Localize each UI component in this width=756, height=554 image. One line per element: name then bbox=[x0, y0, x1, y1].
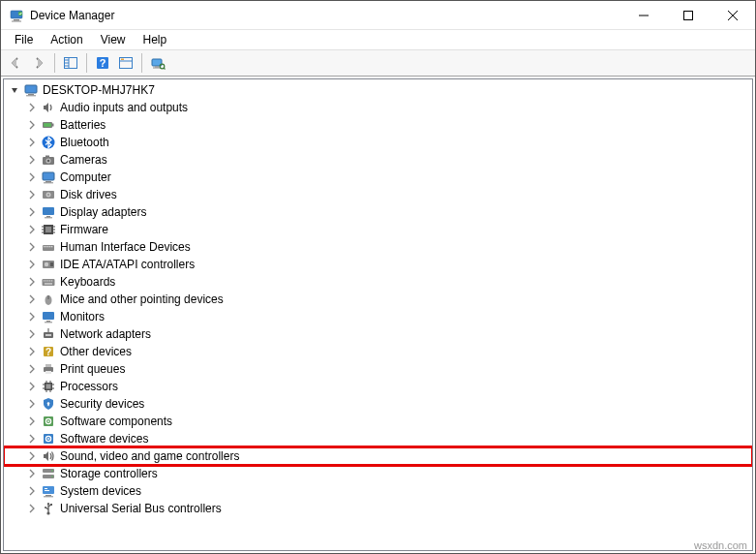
show-hide-tree-button[interactable] bbox=[60, 52, 81, 74]
tree-item[interactable]: Security devices bbox=[4, 395, 752, 413]
tree-item[interactable]: Processors bbox=[4, 378, 752, 395]
tree-root[interactable]: DESKTOP-MHJ7HK7 bbox=[4, 81, 752, 99]
chevron-right-icon[interactable] bbox=[25, 153, 39, 167]
help-button[interactable]: ? bbox=[92, 52, 113, 74]
ide-icon bbox=[41, 257, 56, 272]
chevron-right-icon[interactable] bbox=[25, 484, 39, 498]
chevron-right-icon[interactable] bbox=[25, 223, 39, 236]
network-icon bbox=[41, 326, 56, 342]
chevron-right-icon[interactable] bbox=[25, 380, 39, 393]
menu-view[interactable]: View bbox=[93, 31, 134, 48]
tree-item[interactable]: Computer bbox=[4, 169, 752, 186]
tree-item[interactable]: Display adapters bbox=[4, 203, 752, 221]
menu-help[interactable]: Help bbox=[136, 31, 175, 48]
chevron-right-icon[interactable] bbox=[25, 432, 39, 446]
tree-item[interactable]: Monitors bbox=[4, 308, 752, 325]
svg-point-97 bbox=[47, 438, 49, 440]
svg-rect-69 bbox=[43, 312, 54, 320]
tree-item[interactable]: Mice and other pointing devices bbox=[4, 291, 752, 308]
svg-rect-59 bbox=[50, 262, 53, 266]
maximize-button[interactable] bbox=[666, 1, 711, 30]
device-manager-window: Device Manager File Action View Help bbox=[0, 0, 756, 554]
svg-rect-105 bbox=[45, 488, 47, 489]
device-tree[interactable]: DESKTOP-MHJ7HK7 Audio inputs and outputs… bbox=[3, 78, 753, 551]
tree-item[interactable]: Disk drives bbox=[4, 186, 752, 203]
chevron-right-icon[interactable] bbox=[25, 449, 39, 463]
chevron-right-icon[interactable] bbox=[25, 188, 39, 201]
tree-item-label: Firmware bbox=[60, 223, 116, 236]
tree-item[interactable]: Software components bbox=[4, 413, 752, 430]
svg-rect-5 bbox=[684, 12, 693, 20]
chevron-right-icon[interactable] bbox=[25, 362, 39, 376]
tree-item[interactable]: Cameras bbox=[4, 151, 752, 169]
chevron-right-icon[interactable] bbox=[25, 502, 39, 515]
chevron-right-icon[interactable] bbox=[25, 275, 39, 289]
tree-item-label: Bluetooth bbox=[60, 136, 117, 149]
svg-text:?: ? bbox=[45, 347, 51, 357]
svg-rect-34 bbox=[43, 172, 54, 180]
tree-item[interactable]: Batteries bbox=[4, 116, 752, 134]
menu-action[interactable]: Action bbox=[43, 31, 90, 48]
chevron-right-icon[interactable] bbox=[25, 310, 39, 323]
chevron-right-icon[interactable] bbox=[25, 327, 39, 341]
svg-rect-42 bbox=[45, 217, 52, 218]
menu-file[interactable]: File bbox=[7, 31, 41, 48]
chevron-right-icon[interactable] bbox=[25, 345, 39, 358]
sound-icon bbox=[41, 448, 56, 464]
toolbar-separator bbox=[141, 53, 142, 73]
svg-rect-17 bbox=[121, 59, 124, 61]
tree-item[interactable]: ?Other devices bbox=[4, 343, 752, 360]
tree-item[interactable]: Sound, video and game controllers bbox=[4, 447, 752, 465]
svg-rect-35 bbox=[45, 181, 51, 182]
tree-item[interactable]: Firmware bbox=[4, 221, 752, 238]
minimize-button[interactable] bbox=[621, 1, 666, 30]
tree-item-label: Disk drives bbox=[60, 188, 125, 201]
svg-point-33 bbox=[47, 160, 50, 163]
tree-item-label: Processors bbox=[60, 380, 126, 393]
close-button[interactable] bbox=[711, 1, 755, 30]
tree-item-label: Network adapters bbox=[60, 327, 159, 341]
svg-rect-19 bbox=[155, 67, 159, 68]
tree-item[interactable]: IDE ATA/ATAPI controllers bbox=[4, 256, 752, 273]
usb-icon bbox=[41, 501, 56, 516]
chevron-right-icon[interactable] bbox=[25, 205, 39, 219]
tree-item[interactable]: Audio inputs and outputs bbox=[4, 99, 752, 116]
chevron-right-icon[interactable] bbox=[25, 467, 39, 480]
tree-item-label: Storage controllers bbox=[60, 467, 166, 480]
chevron-right-icon[interactable] bbox=[25, 118, 39, 132]
svg-rect-52 bbox=[44, 246, 45, 247]
tree-item[interactable]: Storage controllers bbox=[4, 465, 752, 482]
chevron-right-icon[interactable] bbox=[25, 240, 39, 254]
properties-button[interactable] bbox=[115, 52, 136, 74]
svg-rect-23 bbox=[25, 85, 37, 93]
svg-rect-36 bbox=[44, 182, 53, 183]
svg-rect-63 bbox=[47, 280, 48, 281]
chevron-right-icon[interactable] bbox=[25, 415, 39, 428]
tree-item[interactable]: Keyboards bbox=[4, 273, 752, 291]
tree-item[interactable]: Network adapters bbox=[4, 325, 752, 343]
software-comp-icon bbox=[41, 414, 56, 429]
chevron-right-icon[interactable] bbox=[25, 101, 39, 114]
svg-rect-53 bbox=[45, 246, 46, 247]
tree-item[interactable]: Universal Serial Bus controllers bbox=[4, 500, 752, 517]
back-button[interactable] bbox=[5, 52, 26, 74]
chevron-down-icon[interactable] bbox=[8, 83, 21, 97]
svg-rect-20 bbox=[153, 68, 161, 69]
tree-item[interactable]: Human Interface Devices bbox=[4, 238, 752, 256]
scan-hardware-button[interactable] bbox=[147, 52, 168, 74]
tree-item[interactable]: Software devices bbox=[4, 430, 752, 447]
tree-item[interactable]: System devices bbox=[4, 482, 752, 500]
chevron-right-icon[interactable] bbox=[25, 258, 39, 271]
camera-icon bbox=[41, 152, 56, 168]
keyboard-icon bbox=[41, 274, 56, 290]
chevron-right-icon[interactable] bbox=[25, 170, 39, 184]
tree-item[interactable]: Print queues bbox=[4, 360, 752, 378]
chevron-right-icon[interactable] bbox=[25, 292, 39, 306]
svg-rect-55 bbox=[49, 246, 50, 247]
tree-item[interactable]: Bluetooth bbox=[4, 134, 752, 151]
chevron-right-icon[interactable] bbox=[25, 136, 39, 149]
toolbar: ? bbox=[1, 49, 755, 77]
forward-button[interactable] bbox=[28, 52, 49, 74]
chevron-right-icon[interactable] bbox=[25, 397, 39, 411]
tree-root-label: DESKTOP-MHJ7HK7 bbox=[43, 83, 163, 97]
